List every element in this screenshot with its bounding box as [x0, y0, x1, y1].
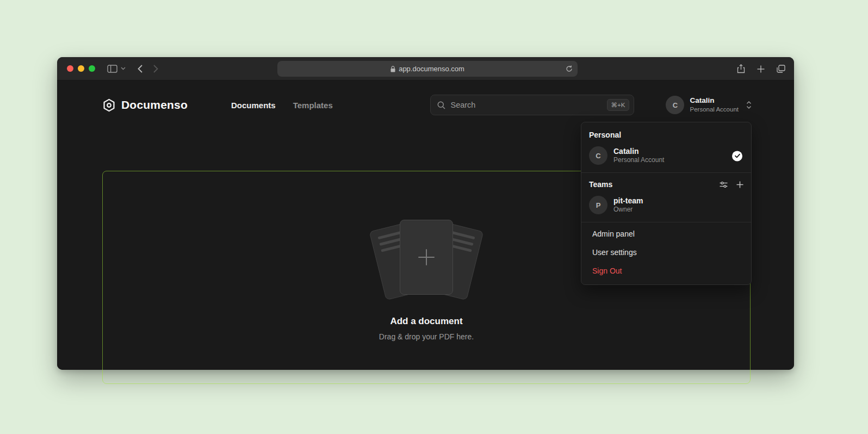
brand[interactable]: Documenso — [102, 98, 188, 112]
team-avatar: P — [589, 196, 607, 214]
personal-account-item[interactable]: C Catalin Personal Account — [581, 142, 751, 170]
main-nav: Documents Templates — [231, 101, 333, 110]
account-menu-button[interactable]: C Catalin Personal Account — [666, 96, 752, 114]
app-header: Documenso Documents Templates ⌘+K C Cata… — [102, 93, 752, 117]
teams-actions — [720, 181, 743, 188]
personal-section-heading: Personal — [581, 126, 751, 142]
avatar: C — [666, 96, 684, 114]
teams-section-heading: Teams — [581, 175, 751, 192]
team-name: pit-team — [613, 196, 643, 206]
document-card-add — [400, 220, 453, 295]
personal-heading-label: Personal — [589, 131, 621, 139]
url-text: app.documenso.com — [399, 65, 464, 73]
forward-button-icon[interactable] — [153, 65, 158, 73]
zoom-window-button[interactable] — [89, 65, 95, 72]
lock-icon — [390, 66, 395, 72]
menu-item-sign-out[interactable]: Sign Out — [581, 262, 751, 280]
menu-divider — [581, 172, 751, 173]
selected-check-icon — [732, 151, 742, 161]
manage-teams-icon[interactable] — [720, 181, 728, 188]
nav-documents[interactable]: Documents — [231, 101, 276, 110]
menu-item-admin-panel[interactable]: Admin panel — [581, 225, 751, 243]
traffic-lights — [67, 65, 95, 72]
add-team-icon[interactable] — [736, 181, 743, 188]
team-meta: pit-team Owner — [613, 196, 643, 214]
account-subtitle: Personal Account — [690, 106, 739, 113]
new-tab-icon[interactable] — [757, 65, 765, 73]
team-item[interactable]: P pit-team Owner — [581, 192, 751, 220]
documenso-logo-icon — [102, 98, 116, 112]
search-box[interactable]: ⌘+K — [430, 95, 634, 115]
browser-window: app.documenso.com — [57, 57, 794, 370]
search-icon — [437, 101, 445, 109]
dropzone-title: Add a document — [390, 316, 462, 327]
share-icon[interactable] — [737, 64, 745, 73]
personal-name: Catalin — [613, 146, 664, 156]
sidebar-chevron-icon[interactable] — [121, 67, 126, 70]
tab-overview-icon[interactable] — [777, 65, 785, 73]
menu-divider — [581, 222, 751, 222]
sidebar-toggle-icon[interactable] — [107, 65, 117, 73]
document-stack-illustration — [369, 218, 483, 300]
reload-icon[interactable] — [566, 65, 573, 72]
account-dropdown-menu: Personal C Catalin Personal Account Team… — [581, 122, 752, 285]
search-input[interactable] — [450, 101, 606, 109]
teams-heading-label: Teams — [589, 180, 612, 189]
team-role: Owner — [613, 206, 643, 214]
minimize-window-button[interactable] — [78, 65, 84, 72]
back-button-icon[interactable] — [138, 65, 142, 73]
address-bar[interactable]: app.documenso.com — [277, 61, 578, 77]
chevron-up-down-icon — [746, 101, 752, 109]
personal-avatar: C — [589, 146, 607, 165]
search-shortcut-badge: ⌘+K — [607, 99, 630, 111]
personal-meta: Catalin Personal Account — [613, 146, 664, 165]
account-meta: Catalin Personal Account — [690, 96, 739, 113]
close-window-button[interactable] — [67, 65, 73, 72]
menu-item-user-settings[interactable]: User settings — [581, 243, 751, 262]
toolbar-right-actions — [737, 57, 785, 80]
plus-icon — [418, 249, 435, 265]
brand-name: Documenso — [121, 98, 188, 111]
personal-subtitle: Personal Account — [613, 156, 664, 165]
dropzone-subtitle: Drag & drop your PDF here. — [379, 332, 474, 341]
nav-templates[interactable]: Templates — [293, 101, 333, 110]
browser-toolbar: app.documenso.com — [57, 57, 794, 80]
account-name: Catalin — [690, 96, 739, 106]
